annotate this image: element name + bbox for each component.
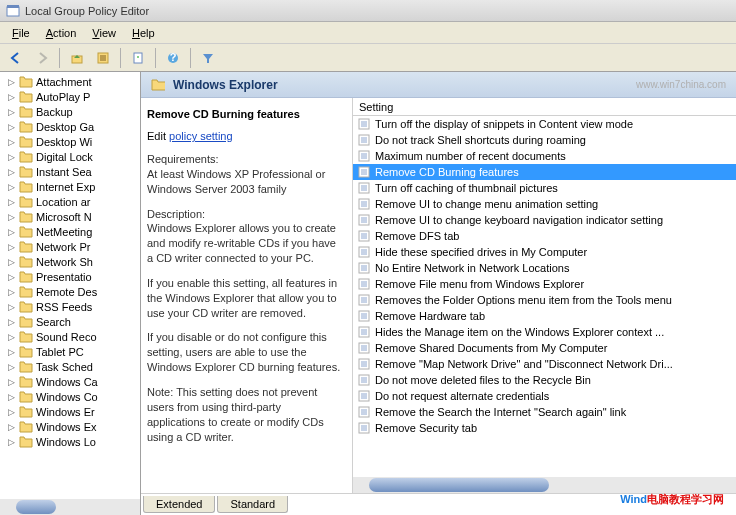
tree-item[interactable]: ▷Digital Lock xyxy=(0,149,140,164)
tree-item[interactable]: ▷Microsoft N xyxy=(0,209,140,224)
tree-item[interactable]: ▷Network Pr xyxy=(0,239,140,254)
setting-row[interactable]: Remove Hardware tab xyxy=(353,308,736,324)
tree-item[interactable]: ▷Tablet PC xyxy=(0,344,140,359)
expand-icon[interactable]: ▷ xyxy=(6,211,17,222)
expand-icon[interactable]: ▷ xyxy=(6,421,17,432)
expand-icon[interactable]: ▷ xyxy=(6,136,17,147)
tree-item[interactable]: ▷Windows Ex xyxy=(0,419,140,434)
menu-view[interactable]: View xyxy=(84,25,124,41)
tree-item[interactable]: ▷Remote Des xyxy=(0,284,140,299)
tree-item[interactable]: ▷Windows Ca xyxy=(0,374,140,389)
tree-list[interactable]: ▷Attachment▷AutoPlay P▷Backup▷Desktop Ga… xyxy=(0,72,140,499)
column-header-setting[interactable]: Setting xyxy=(353,98,736,116)
setting-row[interactable]: Hides the Manage item on the Windows Exp… xyxy=(353,324,736,340)
menu-action[interactable]: Action xyxy=(38,25,85,41)
expand-icon[interactable]: ▷ xyxy=(6,241,17,252)
menu-file[interactable]: Fdocument.currentScript.previousElementS… xyxy=(4,25,38,41)
tree-item[interactable]: ▷Backup xyxy=(0,104,140,119)
setting-row[interactable]: Remove File menu from Windows Explorer xyxy=(353,276,736,292)
setting-row[interactable]: Do not move deleted files to the Recycle… xyxy=(353,372,736,388)
expand-icon[interactable]: ▷ xyxy=(6,436,17,447)
scrollbar-thumb[interactable] xyxy=(369,478,549,492)
tab-standard[interactable]: Standard xyxy=(217,496,288,513)
tree-item[interactable]: ▷Sound Reco xyxy=(0,329,140,344)
setting-row[interactable]: Remove CD Burning features xyxy=(353,164,736,180)
setting-row[interactable]: Remove Security tab xyxy=(353,420,736,436)
setting-row[interactable]: Turn off caching of thumbnail pictures xyxy=(353,180,736,196)
expand-icon[interactable]: ▷ xyxy=(6,91,17,102)
setting-row[interactable]: Remove UI to change menu animation setti… xyxy=(353,196,736,212)
filter-button[interactable] xyxy=(196,47,220,69)
policy-icon xyxy=(357,405,371,419)
edit-policy-link[interactable]: policy setting xyxy=(169,130,233,142)
help-button[interactable]: ? xyxy=(161,47,185,69)
expand-icon[interactable]: ▷ xyxy=(6,76,17,87)
tree-item[interactable]: ▷Attachment xyxy=(0,74,140,89)
tree-item[interactable]: ▷Internet Exp xyxy=(0,179,140,194)
tree-item-label: Desktop Ga xyxy=(36,121,94,133)
tree-item[interactable]: ▷RSS Feeds xyxy=(0,299,140,314)
tree-item[interactable]: ▷Desktop Ga xyxy=(0,119,140,134)
menu-help[interactable]: Help xyxy=(124,25,163,41)
tree-horizontal-scrollbar[interactable] xyxy=(0,499,140,515)
settings-horizontal-scrollbar[interactable] xyxy=(353,477,736,493)
scrollbar-thumb[interactable] xyxy=(16,500,56,514)
forward-button[interactable] xyxy=(30,47,54,69)
tree-item[interactable]: ▷Network Sh xyxy=(0,254,140,269)
details-button[interactable] xyxy=(91,47,115,69)
expand-icon[interactable]: ▷ xyxy=(6,121,17,132)
expand-icon[interactable]: ▷ xyxy=(6,361,17,372)
tree-item[interactable]: ▷NetMeeting xyxy=(0,224,140,239)
expand-icon[interactable]: ▷ xyxy=(6,286,17,297)
expand-icon[interactable]: ▷ xyxy=(6,256,17,267)
setting-row[interactable]: Remove UI to change keyboard navigation … xyxy=(353,212,736,228)
toolbar: ? xyxy=(0,44,736,72)
back-button[interactable] xyxy=(4,47,28,69)
expand-icon[interactable]: ▷ xyxy=(6,406,17,417)
settings-list[interactable]: Turn off the display of snippets in Cont… xyxy=(353,116,736,477)
expand-icon[interactable]: ▷ xyxy=(6,316,17,327)
tree-item[interactable]: ▷Search xyxy=(0,314,140,329)
up-button[interactable] xyxy=(65,47,89,69)
tree-item[interactable]: ▷Location ar xyxy=(0,194,140,209)
expand-icon[interactable]: ▷ xyxy=(6,226,17,237)
setting-row[interactable]: Maximum number of recent documents xyxy=(353,148,736,164)
expand-icon[interactable]: ▷ xyxy=(6,391,17,402)
description-pane: Remove CD Burning features Edit policy s… xyxy=(141,98,352,493)
setting-row[interactable]: Remove "Map Network Drive" and "Disconne… xyxy=(353,356,736,372)
expand-icon[interactable]: ▷ xyxy=(6,301,17,312)
setting-row[interactable]: Do not request alternate credentials xyxy=(353,388,736,404)
expand-icon[interactable]: ▷ xyxy=(6,376,17,387)
setting-row[interactable]: Remove DFS tab xyxy=(353,228,736,244)
setting-row[interactable]: Remove the Search the Internet "Search a… xyxy=(353,404,736,420)
expand-icon[interactable]: ▷ xyxy=(6,271,17,282)
setting-row[interactable]: No Entire Network in Network Locations xyxy=(353,260,736,276)
expand-icon[interactable]: ▷ xyxy=(6,151,17,162)
folder-icon xyxy=(19,346,33,358)
tree-item-label: Sound Reco xyxy=(36,331,97,343)
expand-icon[interactable]: ▷ xyxy=(6,196,17,207)
setting-row[interactable]: Remove Shared Documents from My Computer xyxy=(353,340,736,356)
tree-item[interactable]: ▷Task Sched xyxy=(0,359,140,374)
tree-item[interactable]: ▷Windows Co xyxy=(0,389,140,404)
setting-row[interactable]: Do not track Shell shortcuts during roam… xyxy=(353,132,736,148)
tree-item[interactable]: ▷Desktop Wi xyxy=(0,134,140,149)
expand-icon[interactable]: ▷ xyxy=(6,166,17,177)
tree-item[interactable]: ▷Windows Er xyxy=(0,404,140,419)
tree-item[interactable]: ▷Presentatio xyxy=(0,269,140,284)
tree-item[interactable]: ▷Instant Sea xyxy=(0,164,140,179)
tree-item-label: Attachment xyxy=(36,76,92,88)
setting-row[interactable]: Removes the Folder Options menu item fro… xyxy=(353,292,736,308)
tree-item[interactable]: ▷Windows Lo xyxy=(0,434,140,449)
properties-button[interactable] xyxy=(126,47,150,69)
setting-row[interactable]: Turn off the display of snippets in Cont… xyxy=(353,116,736,132)
tree-item[interactable]: ▷AutoPlay P xyxy=(0,89,140,104)
expand-icon[interactable]: ▷ xyxy=(6,106,17,117)
tab-extended[interactable]: Extended xyxy=(143,496,215,513)
expand-icon[interactable]: ▷ xyxy=(6,346,17,357)
setting-row[interactable]: Hide these specified drives in My Comput… xyxy=(353,244,736,260)
folder-icon xyxy=(19,391,33,403)
tree-item-label: Backup xyxy=(36,106,73,118)
expand-icon[interactable]: ▷ xyxy=(6,331,17,342)
expand-icon[interactable]: ▷ xyxy=(6,181,17,192)
